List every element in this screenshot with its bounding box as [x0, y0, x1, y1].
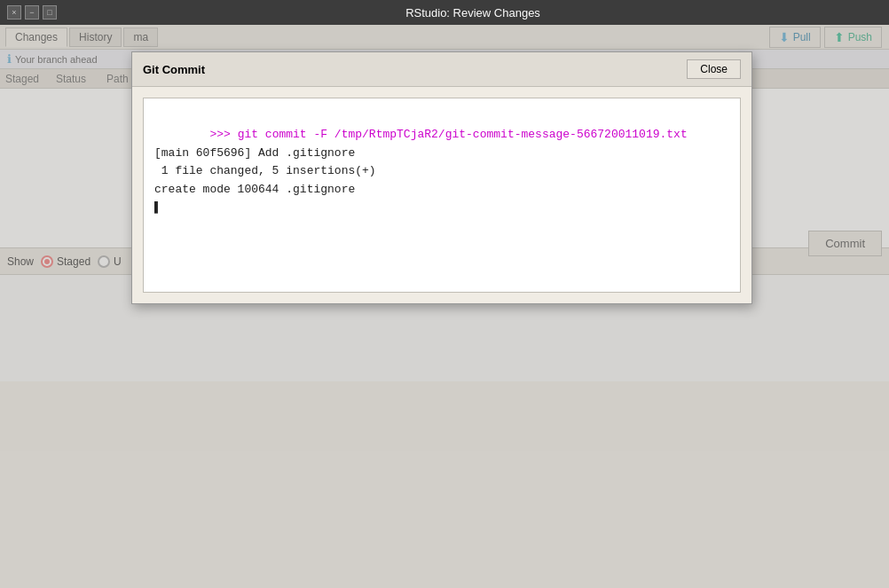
minimize-button[interactable]: −: [25, 5, 39, 20]
close-button[interactable]: ×: [7, 5, 21, 20]
main-window: Changes History ma ⬇ Pull ⬆ Push ℹ Your …: [0, 25, 889, 588]
maximize-button[interactable]: □: [43, 5, 57, 20]
terminal-output: >>> git commit -F /tmp/RtmpTCjaR2/git-co…: [143, 98, 741, 293]
terminal-cursor: ▌: [154, 201, 161, 215]
window-title: RStudio: Review Changes: [64, 6, 882, 20]
terminal-output-line1: [main 60f5696] Add .gitignore: [154, 146, 355, 160]
terminal-output-line3: create mode 100644 .gitignore: [154, 183, 355, 196]
dialog-content: >>> git commit -F /tmp/RtmpTCjaR2/git-co…: [132, 87, 751, 303]
dialog-title: Git Commit: [143, 63, 205, 76]
title-bar: × − □ RStudio: Review Changes: [0, 0, 889, 25]
dialog-titlebar: Git Commit Close: [132, 52, 751, 87]
git-commit-dialog: Git Commit Close >>> git commit -F /tmp/…: [131, 51, 752, 304]
dialog-close-button[interactable]: Close: [687, 59, 741, 79]
terminal-output-line2: 1 file changed, 5 insertions(+): [154, 164, 376, 177]
window-controls[interactable]: × − □: [7, 5, 57, 20]
terminal-command-line: >>> git commit -F /tmp/RtmpTCjaR2/git-co…: [209, 128, 687, 141]
